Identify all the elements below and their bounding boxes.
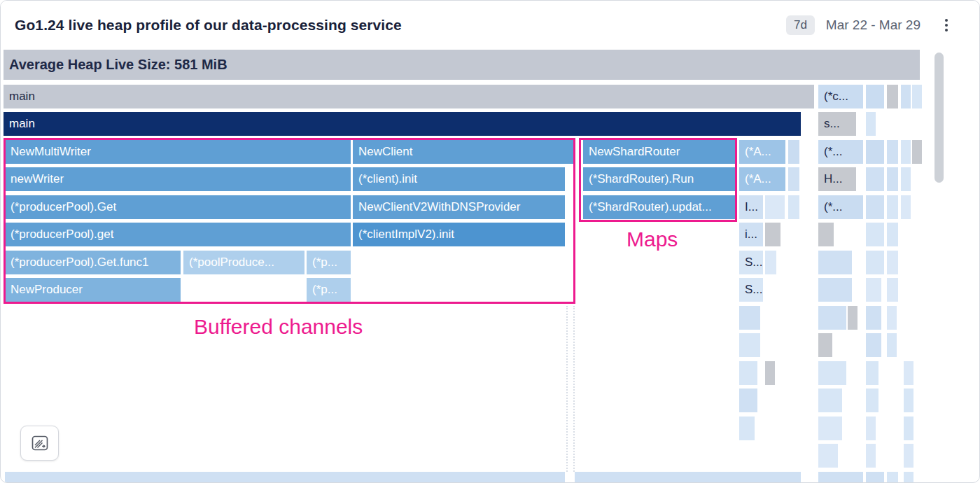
- flame-bar[interactable]: [904, 416, 913, 440]
- flame-bar[interactable]: (*producerPool).get: [5, 223, 351, 246]
- flame-bar[interactable]: NewClientV2WithDNSProvider: [353, 195, 565, 219]
- flame-bar[interactable]: NewClient: [353, 140, 575, 164]
- flame-bar[interactable]: [887, 85, 898, 108]
- flame-bar[interactable]: H...: [818, 167, 856, 191]
- annotation-label: Buffered channels: [194, 315, 363, 339]
- vertical-scrollbar-thumb[interactable]: [934, 52, 944, 183]
- flame-bar[interactable]: [887, 251, 898, 274]
- flame-bar[interactable]: [575, 472, 801, 483]
- flame-bar[interactable]: [818, 306, 846, 330]
- flame-bar[interactable]: [818, 333, 832, 357]
- flame-bar[interactable]: [788, 167, 799, 191]
- date-range[interactable]: Mar 22 - Mar 29: [826, 18, 920, 33]
- time-range-badge[interactable]: 7d: [786, 15, 815, 35]
- flamegraph: Average Heap Live Size: 581 MiBmain(*c..…: [1, 1, 979, 482]
- flame-bar[interactable]: (*poolProduce...: [183, 251, 304, 274]
- flame-bar[interactable]: [788, 140, 799, 164]
- flame-bar[interactable]: [866, 251, 884, 274]
- flame-bar[interactable]: (*c...: [818, 85, 863, 108]
- flame-bar[interactable]: [887, 167, 898, 191]
- flame-bar[interactable]: (*ShardRouter).Run: [583, 167, 736, 191]
- flame-bar[interactable]: S...: [739, 278, 763, 302]
- flame-bar[interactable]: (*clientImplV2).init: [353, 223, 565, 246]
- flame-bar[interactable]: [887, 306, 897, 330]
- flame-bar[interactable]: [739, 416, 755, 440]
- flame-bar[interactable]: [887, 333, 897, 357]
- flame-bar[interactable]: (*client).init: [353, 167, 565, 191]
- flame-bar[interactable]: (*p...: [307, 251, 351, 274]
- flame-bar[interactable]: S...: [739, 251, 763, 274]
- flame-bar[interactable]: [818, 361, 846, 385]
- header: Go1.24 live heap profile of our data-pro…: [1, 1, 979, 50]
- flame-bar[interactable]: [904, 444, 913, 468]
- flame-bar[interactable]: (*A...: [739, 167, 785, 191]
- flame-bar[interactable]: (*producerPool).Get.func1: [5, 251, 181, 274]
- flame-bar[interactable]: (*A...: [739, 140, 785, 164]
- flame-bar[interactable]: [765, 361, 775, 385]
- flame-bar[interactable]: [901, 140, 911, 164]
- flame-bar[interactable]: [912, 85, 922, 108]
- flame-bar[interactable]: NewProducer: [5, 278, 181, 302]
- flame-bar[interactable]: [788, 195, 799, 219]
- flame-bar[interactable]: [887, 472, 898, 483]
- flame-bar[interactable]: [904, 472, 913, 483]
- flame-bar[interactable]: [765, 195, 785, 219]
- column-guide-line: [566, 306, 568, 472]
- flame-bar[interactable]: newWriter: [5, 167, 351, 191]
- flame-bar[interactable]: [765, 223, 780, 246]
- flame-bar[interactable]: NewShardRouter: [583, 140, 736, 164]
- flame-bar[interactable]: [887, 140, 898, 164]
- flame-bar[interactable]: [866, 85, 884, 108]
- flame-bar[interactable]: Average Heap Live Size: 581 MiB: [4, 50, 920, 80]
- flame-bar[interactable]: [866, 361, 878, 385]
- flame-bar[interactable]: [866, 140, 884, 164]
- flame-bar[interactable]: [866, 195, 884, 219]
- flame-bar[interactable]: [866, 306, 881, 330]
- flame-bar[interactable]: main: [4, 112, 801, 136]
- flame-bar[interactable]: [818, 444, 838, 468]
- flame-bar[interactable]: [901, 85, 911, 108]
- flame-bar[interactable]: (*producerPool).Get: [5, 195, 351, 219]
- flame-bar[interactable]: [912, 140, 922, 164]
- flame-bar[interactable]: (*...: [818, 140, 863, 164]
- flame-bar[interactable]: [866, 278, 881, 302]
- flame-bar[interactable]: [866, 472, 884, 483]
- flame-bar[interactable]: [866, 444, 876, 468]
- flame-bar[interactable]: [739, 333, 760, 357]
- flame-bar[interactable]: [818, 251, 852, 274]
- flame-bar[interactable]: [765, 251, 776, 274]
- flame-bar[interactable]: [866, 167, 884, 191]
- flame-bar[interactable]: [818, 472, 863, 483]
- flame-bar[interactable]: [887, 223, 898, 246]
- flame-bar[interactable]: [818, 416, 842, 440]
- flame-bar[interactable]: [866, 112, 876, 136]
- flame-bar[interactable]: [901, 195, 911, 219]
- flame-bar[interactable]: I...: [739, 195, 763, 219]
- expand-panel-button[interactable]: [20, 426, 59, 461]
- flame-bar[interactable]: [818, 278, 852, 302]
- flame-bar[interactable]: [887, 195, 898, 219]
- flame-bar[interactable]: (*...: [818, 195, 863, 219]
- flame-bar[interactable]: [739, 361, 757, 385]
- flame-bar[interactable]: [866, 388, 878, 412]
- flame-bar[interactable]: [904, 388, 913, 412]
- flame-bar[interactable]: s...: [818, 112, 856, 136]
- flame-bar[interactable]: [739, 388, 757, 412]
- flame-bar[interactable]: NewMultiWriter: [5, 140, 351, 164]
- flame-bar[interactable]: [739, 306, 760, 330]
- flame-bar[interactable]: i...: [739, 223, 763, 246]
- flame-bar[interactable]: [866, 333, 881, 357]
- flame-bar[interactable]: [848, 306, 858, 330]
- flame-bar[interactable]: [901, 167, 911, 191]
- kebab-menu-icon[interactable]: [939, 16, 954, 34]
- flame-bar[interactable]: (*ShardRouter).updat...: [583, 195, 736, 219]
- flame-bar[interactable]: [5, 472, 565, 483]
- flame-bar[interactable]: (*p...: [307, 278, 351, 302]
- flame-bar[interactable]: [818, 223, 834, 246]
- flame-bar[interactable]: [866, 416, 876, 440]
- flame-bar[interactable]: [866, 223, 884, 246]
- flame-bar[interactable]: [887, 278, 898, 302]
- flame-bar[interactable]: main: [4, 85, 814, 108]
- flame-bar[interactable]: [818, 388, 842, 412]
- flame-bar[interactable]: [904, 361, 913, 385]
